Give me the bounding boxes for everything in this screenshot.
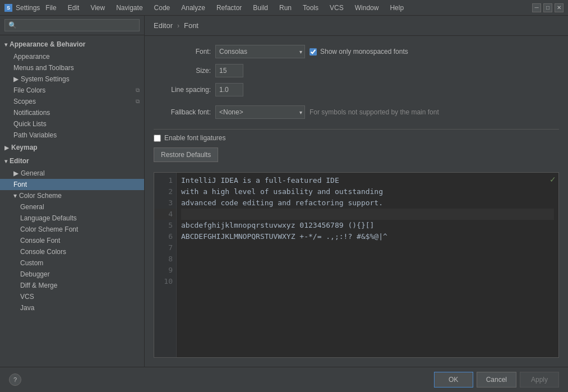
font-select[interactable]: Consolas Courier New DejaVu Sans Mono Me… bbox=[215, 45, 305, 58]
sidebar-item-color-scheme-font[interactable]: Color Scheme Font bbox=[0, 224, 144, 235]
preview-line-8 bbox=[181, 253, 554, 265]
menu-window[interactable]: Window bbox=[353, 3, 381, 13]
sidebar-item-vcs[interactable]: VCS bbox=[0, 291, 144, 302]
title-bar-left: S Settings File Edit View Navigate Code … bbox=[4, 3, 406, 13]
cancel-button[interactable]: Cancel bbox=[477, 372, 516, 388]
sidebar-item-notifications[interactable]: Notifications bbox=[0, 107, 144, 118]
sidebar-item-scopes[interactable]: Scopes ⧉ bbox=[0, 96, 144, 107]
check-icon: ✓ bbox=[549, 175, 556, 184]
copy-icon: ⧉ bbox=[136, 98, 140, 105]
sidebar-item-font[interactable]: Font bbox=[0, 179, 144, 190]
font-row: Font: Consolas Courier New DejaVu Sans M… bbox=[154, 45, 559, 58]
line-spacing-row: Line spacing: bbox=[154, 83, 559, 96]
monospaced-checkbox[interactable] bbox=[310, 48, 317, 56]
ligatures-checkbox[interactable] bbox=[154, 135, 161, 142]
menu-run[interactable]: Run bbox=[277, 3, 294, 13]
menu-help[interactable]: Help bbox=[387, 3, 406, 13]
monospaced-label: Show only monospaced fonts bbox=[320, 48, 408, 56]
line-num-5: 5 bbox=[154, 220, 176, 231]
preview-line-1: IntelliJ IDEA is a full-featured IDE bbox=[181, 175, 554, 186]
sidebar-section-label: Editor bbox=[10, 157, 29, 165]
close-button[interactable]: ✕ bbox=[555, 3, 564, 12]
settings-window: S Settings File Edit View Navigate Code … bbox=[0, 0, 568, 392]
restore-defaults-row: Restore Defaults bbox=[154, 147, 559, 162]
breadcrumb-parent: Editor bbox=[154, 21, 173, 30]
sidebar-item-general[interactable]: ▶ General bbox=[0, 168, 144, 179]
line-num-10: 10 bbox=[154, 276, 176, 287]
expand-arrow-icon: ▶ bbox=[13, 75, 19, 83]
monospaced-checkbox-row: Show only monospaced fonts bbox=[310, 48, 408, 56]
app-icon: S bbox=[4, 4, 12, 12]
sidebar-tree: ▾ Appearance & Behavior Appearance Menus… bbox=[0, 35, 144, 367]
restore-defaults-button[interactable]: Restore Defaults bbox=[154, 147, 218, 162]
code-preview: IntelliJ IDEA is a full-featured IDE wit… bbox=[177, 173, 558, 357]
preview-line-2: with a high level of usability and outst… bbox=[181, 186, 554, 197]
line-num-4: 4 bbox=[154, 209, 176, 220]
menu-build[interactable]: Build bbox=[251, 3, 270, 13]
menu-edit[interactable]: Edit bbox=[66, 3, 82, 13]
search-box bbox=[0, 16, 144, 35]
sidebar-item-debugger[interactable]: Debugger bbox=[0, 269, 144, 280]
sidebar-item-custom[interactable]: Custom bbox=[0, 257, 144, 269]
font-control: Consolas Courier New DejaVu Sans Mono Me… bbox=[215, 45, 408, 58]
menu-view[interactable]: View bbox=[88, 3, 107, 13]
menu-navigate[interactable]: Navigate bbox=[114, 3, 145, 13]
line-num-2: 2 bbox=[154, 186, 176, 197]
menu-file[interactable]: File bbox=[43, 3, 58, 13]
sidebar-item-path-variables[interactable]: Path Variables bbox=[0, 130, 144, 141]
sidebar-section-editor[interactable]: ▾ Editor bbox=[0, 154, 144, 168]
expand-arrow-icon: ▶ bbox=[4, 145, 9, 151]
line-num-3: 3 bbox=[154, 197, 176, 209]
sidebar-item-color-scheme-general[interactable]: General bbox=[0, 201, 144, 213]
apply-button[interactable]: Apply bbox=[520, 372, 559, 388]
expand-arrow-icon: ▾ bbox=[13, 192, 17, 200]
sidebar-section-appearance-behavior[interactable]: ▾ Appearance & Behavior bbox=[0, 38, 144, 51]
menu-vcs[interactable]: VCS bbox=[327, 3, 346, 13]
menu-tools[interactable]: Tools bbox=[301, 3, 321, 13]
sidebar-item-java[interactable]: Java bbox=[0, 302, 144, 313]
expand-arrow-icon: ▾ bbox=[4, 41, 7, 48]
sidebar-item-system-settings[interactable]: ▶ System Settings bbox=[0, 73, 144, 85]
font-select-wrapper: Consolas Courier New DejaVu Sans Mono Me… bbox=[215, 45, 305, 58]
search-input[interactable] bbox=[4, 19, 140, 31]
maximize-button[interactable]: □ bbox=[543, 3, 552, 12]
sidebar-item-quick-lists[interactable]: Quick Lists bbox=[0, 118, 144, 130]
sidebar-item-label: Scopes bbox=[13, 98, 36, 105]
sidebar-item-appearance[interactable]: Appearance bbox=[0, 51, 144, 62]
preview-line-7 bbox=[181, 242, 554, 253]
menu-code[interactable]: Code bbox=[152, 3, 173, 13]
menu-analyze[interactable]: Analyze bbox=[179, 3, 207, 13]
minimize-button[interactable]: ─ bbox=[532, 3, 541, 12]
window-title: Settings bbox=[16, 4, 40, 12]
sidebar-item-console-font[interactable]: Console Font bbox=[0, 235, 144, 246]
preview-line-4 bbox=[181, 209, 554, 220]
main-content: ▾ Appearance & Behavior Appearance Menus… bbox=[0, 16, 568, 367]
sidebar-item-color-scheme[interactable]: ▾ Color Scheme bbox=[0, 190, 144, 201]
line-numbers: 1 2 3 4 5 6 7 8 9 10 bbox=[154, 173, 177, 357]
preview-line-5: abcdefghijklmnopqrstuvwxyz 0123456789 ()… bbox=[181, 220, 554, 231]
line-num-9: 9 bbox=[154, 265, 176, 276]
menu-bar: File Edit View Navigate Code Analyze Ref… bbox=[43, 3, 406, 13]
fallback-font-select[interactable]: <None> bbox=[215, 105, 305, 119]
line-spacing-label: Line spacing: bbox=[154, 86, 215, 94]
line-num-1: 1 bbox=[154, 175, 176, 186]
ok-button[interactable]: OK bbox=[434, 372, 473, 388]
sidebar-item-language-defaults[interactable]: Language Defaults bbox=[0, 213, 144, 224]
preview-area: 1 2 3 4 5 6 7 8 9 10 IntelliJ IDEA is a … bbox=[154, 172, 559, 358]
sidebar-item-diff-merge[interactable]: Diff & Merge bbox=[0, 280, 144, 291]
line-num-7: 7 bbox=[154, 242, 176, 253]
sidebar-item-console-colors[interactable]: Console Colors bbox=[0, 246, 144, 257]
size-input[interactable] bbox=[215, 64, 243, 77]
menu-refactor[interactable]: Refactor bbox=[214, 3, 244, 13]
line-spacing-input[interactable] bbox=[215, 83, 243, 96]
sidebar-section-keymap[interactable]: ▶ Keymap bbox=[0, 141, 144, 154]
title-bar: S Settings File Edit View Navigate Code … bbox=[0, 0, 568, 16]
bottom-bar: ? OK Cancel Apply bbox=[0, 367, 568, 392]
panel-body: Font: Consolas Courier New DejaVu Sans M… bbox=[145, 36, 568, 367]
sidebar-item-menus-toolbars[interactable]: Menus and Toolbars bbox=[0, 62, 144, 73]
sidebar-item-label: System Settings bbox=[21, 75, 70, 83]
help-button[interactable]: ? bbox=[9, 373, 21, 386]
preview-line-9 bbox=[181, 265, 554, 276]
sidebar-item-file-colors[interactable]: File Colors ⧉ bbox=[0, 85, 144, 96]
size-label: Size: bbox=[154, 67, 215, 75]
